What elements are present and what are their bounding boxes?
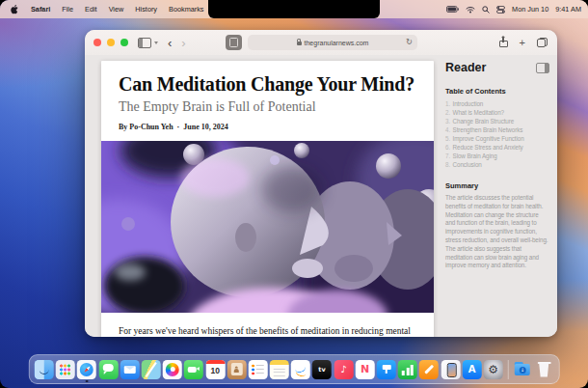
- safari-toolbar: ‹ › thegranularnews.com ↻ +: [85, 30, 557, 56]
- table-of-contents: Introduction What is Meditation? Change …: [445, 99, 549, 169]
- reader-content-area: Can Meditation Change Your Mind? The Emp…: [85, 55, 557, 337]
- news-letter: N: [356, 360, 375, 379]
- dock-pages-icon[interactable]: [419, 360, 439, 379]
- dock-photos-icon[interactable]: [163, 360, 182, 379]
- dock-maps-icon[interactable]: [142, 360, 161, 379]
- address-bar[interactable]: thegranularnews.com ↻: [248, 35, 417, 50]
- article-title: Can Meditation Change Your Mind?: [119, 73, 416, 95]
- dock-facetime-icon[interactable]: [184, 360, 203, 379]
- article-byline: By Po-Chun Yeh · June 10, 2024: [119, 123, 416, 131]
- toc-item[interactable]: Reduce Stress and Anxiety: [445, 143, 549, 152]
- dock: 10 tv ♪ N A ⚙ ↓: [29, 354, 560, 384]
- toolbar-right: +: [499, 30, 548, 55]
- calendar-day: 10: [205, 366, 225, 375]
- byline-date: June 10, 2024: [183, 123, 227, 131]
- window-controls: [85, 39, 128, 46]
- battery-icon[interactable]: [446, 6, 459, 13]
- menu-item-edit[interactable]: Edit: [85, 5, 97, 14]
- app-store-letter: A: [463, 360, 482, 379]
- hide-reader-panel-icon[interactable]: [536, 63, 549, 73]
- dock-iphone-mirroring-icon[interactable]: [441, 360, 460, 379]
- dock-news-icon[interactable]: N: [356, 360, 375, 379]
- share-icon: [499, 38, 508, 47]
- dock-numbers-icon[interactable]: [398, 360, 417, 379]
- safari-window: ‹ › thegranularnews.com ↻ + Can Meditati…: [85, 30, 557, 337]
- menu-bar-status: Mon Jun 10 9:41 AM: [446, 5, 588, 14]
- close-window-button[interactable]: [94, 39, 101, 46]
- byline-author: By Po-Chun Yeh: [119, 123, 174, 131]
- chevron-down-icon: [154, 42, 158, 44]
- dock-music-icon[interactable]: ♪: [334, 360, 353, 379]
- gear-icon: ⚙: [484, 360, 503, 379]
- menu-item-history[interactable]: History: [135, 5, 157, 14]
- toc-item[interactable]: Improve Cognitive Function: [445, 134, 549, 143]
- tab-overview-icon: [537, 38, 548, 47]
- lock-icon: [297, 42, 302, 45]
- apple-menu-icon[interactable]: [11, 4, 19, 14]
- tv-logo-text: tv: [312, 360, 332, 379]
- reader-panel-title: Reader: [445, 61, 486, 74]
- dock-messages-icon[interactable]: [98, 360, 118, 379]
- toc-item[interactable]: Introduction: [445, 99, 549, 108]
- toc-heading: Table of Contents: [445, 87, 549, 96]
- article-body: For years we've heard whispers of the be…: [119, 324, 416, 337]
- reader-mode-button[interactable]: [226, 35, 242, 50]
- dock-launchpad-icon[interactable]: [56, 360, 75, 379]
- minimize-window-button[interactable]: [107, 39, 115, 46]
- control-center-icon[interactable]: [496, 6, 505, 14]
- music-note-icon: ♪: [334, 360, 353, 379]
- summary-text: The article discusses the potential bene…: [445, 194, 549, 270]
- toc-item[interactable]: Conclusion: [445, 160, 549, 169]
- dock-trash-icon[interactable]: [534, 360, 553, 379]
- toc-item[interactable]: Change Brain Structure: [445, 117, 549, 125]
- tab-overview-button[interactable]: [537, 38, 548, 47]
- reload-button[interactable]: ↻: [406, 37, 413, 46]
- desktop: Safari File Edit View History Bookmarks …: [0, 0, 588, 388]
- summary-heading: Summary: [445, 181, 549, 190]
- dock-calendar-icon[interactable]: 10: [205, 360, 225, 379]
- dock-contacts-icon[interactable]: [227, 360, 246, 379]
- zoom-window-button[interactable]: [120, 39, 128, 46]
- article-subtitle: The Empty Brain is Full of Potential: [119, 99, 416, 115]
- article-card: Can Meditation Change Your Mind? The Emp…: [101, 61, 434, 337]
- toc-item[interactable]: Strengthen Brain Networks: [445, 125, 549, 134]
- byline-separator: ·: [177, 123, 180, 131]
- dock-downloads-folder-icon[interactable]: ↓: [513, 360, 532, 379]
- dock-freeform-icon[interactable]: [291, 360, 310, 379]
- dock-keynote-icon[interactable]: [377, 360, 396, 379]
- display-notch: [208, 0, 380, 18]
- article-hero-image: [101, 141, 434, 313]
- dock-finder-icon[interactable]: [35, 360, 54, 379]
- menu-item-file[interactable]: File: [62, 5, 73, 14]
- sidebar-toggle-button[interactable]: [138, 38, 158, 48]
- back-button[interactable]: ‹: [168, 37, 172, 49]
- url-text: thegranularnews.com: [305, 40, 369, 46]
- dock-tv-icon[interactable]: tv: [312, 360, 332, 379]
- menu-item-view[interactable]: View: [109, 5, 124, 14]
- download-arrow-icon: ↓: [520, 367, 526, 374]
- menu-item-safari[interactable]: Safari: [31, 5, 50, 14]
- dock-notes-icon[interactable]: [270, 360, 289, 379]
- dock-safari-icon[interactable]: [77, 360, 96, 379]
- running-indicator: [86, 380, 88, 382]
- reader-page-icon: [229, 38, 238, 47]
- new-tab-button[interactable]: +: [520, 38, 525, 48]
- dock-mail-icon[interactable]: [120, 360, 140, 379]
- dock-divider: [507, 360, 508, 379]
- wifi-icon[interactable]: [466, 6, 475, 14]
- forward-button[interactable]: ›: [181, 37, 185, 49]
- dock-reminders-icon[interactable]: [249, 360, 268, 379]
- menu-item-bookmarks[interactable]: Bookmarks: [169, 5, 204, 14]
- menu-bar-date[interactable]: Mon Jun 10: [512, 5, 548, 14]
- dock-system-settings-icon[interactable]: ⚙: [484, 360, 503, 379]
- share-button[interactable]: [499, 38, 508, 47]
- reader-panel: Reader Table of Contents Introduction Wh…: [445, 61, 549, 276]
- menu-bar-time[interactable]: 9:41 AM: [555, 5, 581, 14]
- spotlight-search-icon[interactable]: [482, 6, 490, 14]
- toc-item[interactable]: Slow Brain Aging: [445, 152, 549, 160]
- reader-panel-header: Reader: [445, 61, 549, 74]
- sidebar-icon: [138, 38, 151, 48]
- toc-item[interactable]: What is Meditation?: [445, 108, 549, 117]
- dock-app-store-icon[interactable]: A: [463, 360, 482, 379]
